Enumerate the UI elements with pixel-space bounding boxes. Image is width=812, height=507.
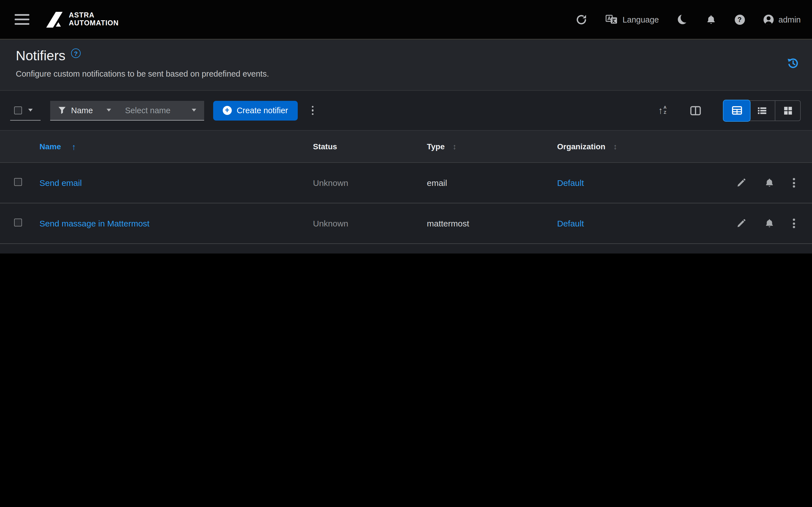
- filter-group: Name Select name: [50, 101, 204, 120]
- username-label: admin: [778, 15, 801, 24]
- notifier-status: Unknown: [313, 178, 427, 187]
- brand-text: ASTRA AUTOMATION: [69, 12, 119, 27]
- brand-line1: ASTRA: [69, 11, 94, 19]
- bell-icon: [706, 14, 716, 24]
- notifications-button[interactable]: [705, 13, 717, 25]
- list-view-icon: [757, 106, 767, 115]
- refresh-icon: [576, 14, 587, 25]
- bell-icon: [765, 219, 774, 228]
- column-header-type[interactable]: Type: [427, 142, 445, 151]
- notifier-type: email: [427, 178, 557, 187]
- sort-unsorted-icon[interactable]: ↕: [613, 142, 617, 151]
- help-icon: ?: [734, 14, 745, 24]
- bell-icon: [765, 178, 774, 187]
- organization-link[interactable]: Default: [557, 178, 584, 187]
- pencil-icon: [737, 178, 746, 187]
- brand-mark-icon: [46, 11, 63, 28]
- filter-attribute-label: Name: [71, 106, 93, 115]
- chevron-down-icon: [192, 109, 196, 112]
- manage-columns-button[interactable]: [690, 106, 701, 115]
- sort-alpha-icon: ↑: [658, 106, 663, 115]
- card-view-button[interactable]: [775, 101, 800, 120]
- list-view-button[interactable]: [749, 101, 775, 120]
- create-notifier-button[interactable]: + Create notifier: [213, 101, 297, 120]
- filter-icon: [58, 106, 66, 114]
- app-window: ASTRA AUTOMATION: [0, 0, 812, 253]
- notifier-name-link[interactable]: Send email: [40, 178, 82, 187]
- filter-value-select[interactable]: Select name: [119, 101, 204, 120]
- dark-mode-button[interactable]: [676, 13, 688, 25]
- page-header: Notifiers ? Configure custom notificatio…: [0, 40, 812, 91]
- sort-alpha-letters: A Z: [663, 106, 666, 115]
- create-notifier-label: Create notifier: [237, 106, 288, 115]
- row-checkbox[interactable]: [14, 219, 22, 226]
- history-icon: [787, 57, 799, 69]
- filter-value-placeholder: Select name: [125, 106, 170, 115]
- notifier-name-link[interactable]: Send massage in Mattermost: [40, 219, 149, 228]
- columns-icon: [690, 106, 701, 115]
- toolbar: Name Select name + Create notifier ↑ A Z: [0, 91, 812, 131]
- user-avatar-icon: [763, 14, 773, 24]
- card-view-icon: [783, 106, 793, 115]
- masthead-actions: Language ? admin: [558, 13, 812, 26]
- table-header-row: Name ↑ Status Type ↕ Organization ↕: [0, 131, 812, 163]
- test-notifier-button[interactable]: [765, 219, 774, 228]
- user-menu-button[interactable]: admin: [762, 13, 802, 25]
- row-kebab-menu[interactable]: [793, 218, 795, 228]
- sort-options-button[interactable]: ↑ A Z: [658, 106, 666, 115]
- moon-icon: [677, 15, 687, 24]
- plus-circle-icon: +: [222, 106, 232, 115]
- masthead: ASTRA AUTOMATION: [0, 0, 812, 40]
- page-title: Notifiers: [16, 48, 65, 64]
- sort-unsorted-icon[interactable]: ↕: [453, 142, 456, 151]
- chevron-down-icon: [106, 109, 111, 112]
- notifier-type: mattermost: [427, 219, 557, 228]
- row-checkbox[interactable]: [14, 178, 22, 186]
- view-toggle-group: [723, 100, 801, 121]
- edit-notifier-button[interactable]: [737, 178, 746, 187]
- toolbar-kebab-menu[interactable]: [310, 104, 316, 117]
- help-button[interactable]: ?: [733, 13, 746, 25]
- organization-link[interactable]: Default: [557, 219, 584, 228]
- chevron-down-icon: [28, 109, 33, 112]
- test-notifier-button[interactable]: [765, 178, 774, 187]
- page-help-icon[interactable]: ?: [71, 48, 81, 58]
- page-subtitle: Configure custom notifications to be sen…: [16, 69, 796, 78]
- table-row: Send massage in Mattermost Unknown matte…: [0, 203, 812, 244]
- row-kebab-menu[interactable]: [793, 178, 795, 187]
- table-row: Send email Unknown email Default: [0, 163, 812, 203]
- column-header-status: Status: [313, 142, 427, 151]
- column-header-name[interactable]: Name: [40, 142, 61, 151]
- table-view-button[interactable]: [723, 100, 750, 121]
- activity-history-button[interactable]: [787, 57, 799, 69]
- nav-toggle-hamburger-icon[interactable]: [11, 11, 33, 29]
- language-label: Language: [622, 15, 659, 24]
- language-icon: [606, 15, 617, 24]
- brand-logo: ASTRA AUTOMATION: [46, 11, 119, 28]
- pencil-icon: [737, 219, 746, 228]
- refresh-button[interactable]: [574, 13, 588, 26]
- table-view-icon: [732, 105, 742, 115]
- sort-ascending-icon[interactable]: ↑: [71, 142, 76, 151]
- bulk-select-checkbox[interactable]: [14, 106, 22, 114]
- content-background: [0, 244, 812, 253]
- filter-attribute-dropdown[interactable]: Name: [50, 101, 119, 120]
- bulk-select-dropdown[interactable]: [10, 101, 41, 120]
- notifier-status: Unknown: [313, 219, 427, 228]
- language-button[interactable]: Language: [605, 13, 660, 25]
- column-header-organization[interactable]: Organization: [557, 142, 605, 151]
- brand-line2: AUTOMATION: [69, 19, 119, 27]
- edit-notifier-button[interactable]: [737, 219, 746, 228]
